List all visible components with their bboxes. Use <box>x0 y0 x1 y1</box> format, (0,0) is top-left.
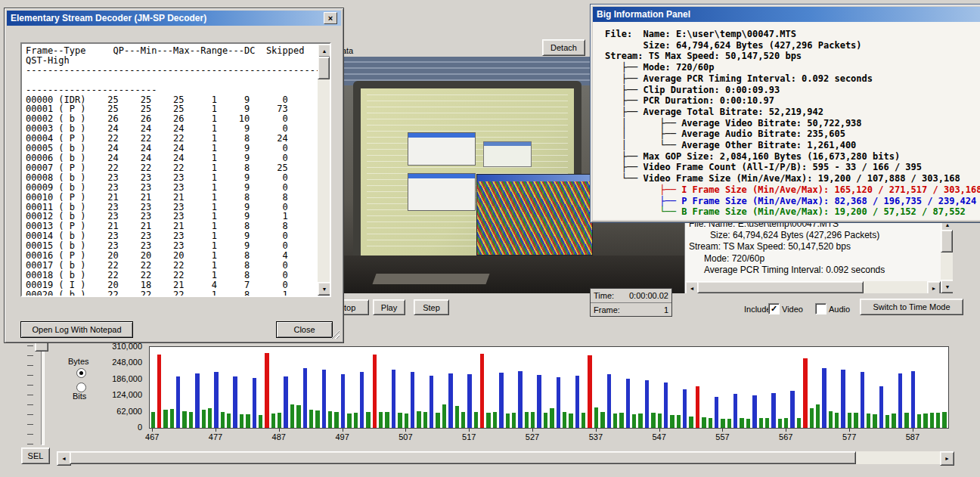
frame-bar[interactable] <box>632 414 636 428</box>
frame-bar[interactable] <box>233 376 237 428</box>
frame-bar[interactable] <box>240 414 243 428</box>
frame-bar[interactable] <box>506 414 510 428</box>
frame-bar[interactable] <box>296 405 300 428</box>
close-icon[interactable]: × <box>324 12 337 24</box>
frame-bar[interactable] <box>417 411 420 428</box>
frame-bar[interactable] <box>746 419 750 428</box>
frame-bar[interactable] <box>638 414 642 428</box>
scroll-down-icon[interactable]: ▼ <box>318 282 331 296</box>
frame-bar[interactable] <box>588 355 591 428</box>
big-info-titlebar[interactable]: Big Information Panel <box>593 7 980 22</box>
frame-bar[interactable] <box>765 418 769 428</box>
frame-bar[interactable] <box>930 413 934 428</box>
frame-bar[interactable] <box>271 414 275 428</box>
frame-bar[interactable] <box>544 413 547 428</box>
scroll-up-icon[interactable]: ▲ <box>318 44 331 57</box>
frame-bar[interactable] <box>290 404 294 428</box>
frame-bar[interactable] <box>569 414 572 428</box>
frame-bar[interactable] <box>689 417 693 428</box>
frame-bar[interactable] <box>600 412 604 428</box>
play-button[interactable]: Play <box>373 299 405 315</box>
frame-bar[interactable] <box>392 370 395 428</box>
frame-bar[interactable] <box>379 412 383 428</box>
frame-bar[interactable] <box>696 386 699 428</box>
frame-bar[interactable] <box>182 411 186 428</box>
vscroll-thumb[interactable] <box>941 230 953 252</box>
frame-bar[interactable] <box>493 412 497 428</box>
frame-bar[interactable] <box>398 413 402 428</box>
frame-bar[interactable] <box>861 372 864 428</box>
frame-bar[interactable] <box>411 372 414 428</box>
frame-bar[interactable] <box>645 380 649 429</box>
frame-bar[interactable] <box>531 412 535 428</box>
frame-bar[interactable] <box>309 410 313 428</box>
audio-checkbox-label[interactable]: Audio <box>829 305 850 314</box>
frame-bar[interactable] <box>163 410 167 428</box>
frame-bar[interactable] <box>721 419 724 428</box>
scroll-right-icon[interactable]: ► <box>940 451 954 466</box>
frame-bar[interactable] <box>461 412 465 428</box>
frame-bar[interactable] <box>911 371 915 428</box>
frame-bar[interactable] <box>702 417 706 428</box>
frame-bar[interactable] <box>334 412 338 428</box>
frame-bar[interactable] <box>195 373 199 428</box>
frame-bar[interactable] <box>151 412 155 428</box>
frame-bar[interactable] <box>879 386 883 428</box>
frame-bar[interactable] <box>816 404 820 428</box>
frame-bar[interactable] <box>486 413 490 428</box>
frame-bar[interactable] <box>423 412 427 428</box>
frame-bar[interactable] <box>354 413 358 428</box>
frame-bar[interactable] <box>208 408 212 428</box>
step-button[interactable]: Step <box>414 299 449 315</box>
frame-bar[interactable] <box>157 355 161 428</box>
frame-bar[interactable] <box>759 418 763 428</box>
frame-bar[interactable] <box>790 391 794 428</box>
frame-bar[interactable] <box>778 419 782 428</box>
frame-bar[interactable] <box>658 414 662 428</box>
embedded-vscrollbar[interactable]: ▲ ▼ <box>941 218 953 293</box>
frame-bar[interactable] <box>366 412 370 428</box>
frame-bar[interactable] <box>563 412 566 428</box>
frame-bar[interactable] <box>550 408 554 428</box>
frame-bar[interactable] <box>873 414 876 428</box>
video-checkbox[interactable]: ✓ <box>768 303 780 314</box>
switch-to-time-mode-button[interactable]: Switch to Time Mode <box>860 299 963 315</box>
frame-bar[interactable] <box>626 379 630 428</box>
frame-bar[interactable] <box>619 413 623 428</box>
frame-bar[interactable] <box>942 412 946 428</box>
frame-bar[interactable] <box>436 413 439 428</box>
frame-bar[interactable] <box>822 368 826 428</box>
decoder-titlebar[interactable]: Elementary Stream Decoder (JM-SP Decoder… <box>7 11 341 26</box>
frame-bar[interactable] <box>385 412 389 428</box>
decoder-vscrollbar[interactable]: ▲ ▼ <box>318 44 330 296</box>
frame-bar[interactable] <box>771 393 775 428</box>
frame-bar[interactable] <box>733 394 737 428</box>
decoder-log-list[interactable]: Frame--Type QP---Min---Max--Range---DC S… <box>20 42 331 297</box>
frame-bar[interactable] <box>784 418 788 428</box>
frame-bar[interactable] <box>221 412 225 428</box>
frame-bar[interactable] <box>594 407 598 428</box>
frame-bar[interactable] <box>467 374 471 428</box>
frame-bar[interactable] <box>848 413 851 428</box>
video-checkbox-label[interactable]: Video <box>782 305 803 314</box>
frame-bar[interactable] <box>537 375 541 428</box>
frame-bar[interactable] <box>670 415 674 428</box>
open-log-button[interactable]: Open Log With Notepad <box>20 321 133 338</box>
frame-bar[interactable] <box>328 411 332 428</box>
close-button[interactable]: Close <box>276 321 333 338</box>
frame-bar[interactable] <box>315 410 319 428</box>
frame-bar[interactable] <box>923 414 927 428</box>
chart-hscroll-thumb[interactable] <box>70 451 856 464</box>
frame-bar[interactable] <box>176 376 180 428</box>
frame-bar[interactable] <box>303 368 307 428</box>
frame-bar[interactable] <box>455 406 459 428</box>
frame-bar[interactable] <box>525 412 529 428</box>
frame-bar[interactable] <box>917 414 921 428</box>
frame-bar[interactable] <box>607 374 611 428</box>
frame-bar[interactable] <box>278 413 281 428</box>
frame-bar[interactable] <box>835 413 839 428</box>
frame-bar[interactable] <box>867 414 870 428</box>
frame-bar[interactable] <box>405 414 408 428</box>
chart-plot[interactable] <box>149 346 949 429</box>
frame-bar[interactable] <box>480 354 484 428</box>
